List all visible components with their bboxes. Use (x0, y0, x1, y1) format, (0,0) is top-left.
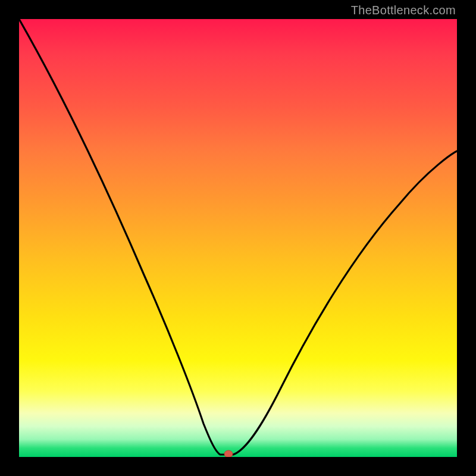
plot-area (19, 19, 457, 457)
watermark-text: TheBottleneck.com (351, 4, 456, 17)
chart-frame: TheBottleneck.com (0, 0, 476, 476)
